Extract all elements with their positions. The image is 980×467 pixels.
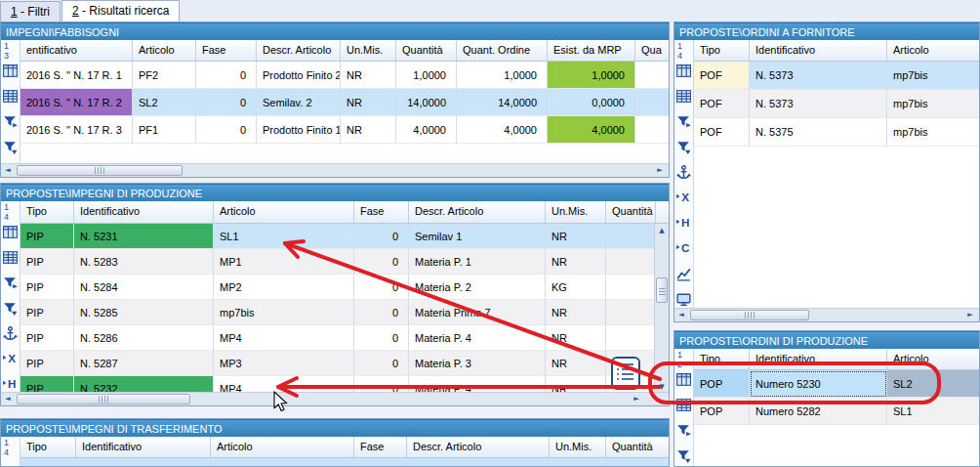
column-header[interactable]: Esist. da MRP (548, 40, 635, 61)
column-header[interactable]: Quant. Ordine (457, 40, 548, 61)
cell[interactable]: N. 5373 (750, 90, 887, 118)
column-header[interactable]: Tipo (694, 40, 750, 61)
table-row[interactable]: 2016 S. '' N. 17 R. 3PF10Prodotto Finito… (20, 116, 669, 144)
column-header[interactable]: Articolo (133, 40, 196, 61)
table-row[interactable]: PIT(S)N. 55 M. 1MP10Materia P. 1NR (20, 458, 669, 466)
cell[interactable]: 0,0000 (548, 89, 635, 116)
cell[interactable]: 1,0000 (457, 62, 548, 89)
cell[interactable]: NR (546, 351, 606, 376)
scroll-right-icon[interactable]: ► (963, 309, 977, 321)
scroll-left-icon[interactable]: ◄ (674, 309, 688, 321)
cell[interactable]: SL2 (887, 370, 979, 398)
tab-1-filtri[interactable]: 1 - Filtri (0, 1, 61, 21)
column-header[interactable]: Articolo (211, 437, 354, 457)
cell[interactable]: PIP (20, 249, 74, 275)
table-row[interactable]: PIPN. 5284MP20Materia P. 2KG (20, 275, 669, 300)
table-row[interactable]: 2016 S. '' N. 17 R. 2SL20Semilav. 2NR14,… (20, 89, 669, 116)
filter-right-icon[interactable] (2, 275, 19, 291)
column-header[interactable]: Identificativo (76, 437, 211, 457)
cell[interactable]: POF (694, 62, 750, 90)
column-header[interactable]: Identificativo (74, 201, 214, 223)
cell[interactable]: Semilav 1 (409, 224, 546, 249)
table-row[interactable]: POFN. 5375mp7bis (694, 118, 979, 147)
letter-x-icon[interactable] (2, 351, 19, 367)
cell[interactable]: MP1 (214, 249, 354, 275)
cell[interactable]: SL1 (887, 398, 979, 425)
cell[interactable]: POF (694, 118, 750, 147)
cell[interactable]: 2016 S. '' N. 17 R. 1 (20, 62, 133, 89)
column-header[interactable]: Descr. Articolo (257, 40, 341, 61)
table-row[interactable]: POPNumero 5282SL1 (694, 398, 979, 425)
column-header[interactable]: Tipo (20, 201, 74, 223)
cell[interactable]: 0 (196, 89, 257, 116)
cell[interactable]: Materia P. 3 (409, 351, 546, 376)
cell[interactable]: NR (341, 62, 396, 89)
column-header[interactable]: Articolo (887, 349, 979, 369)
cell[interactable]: N. 5283 (74, 249, 214, 275)
cell[interactable]: 2016 S. '' N. 17 R. 3 (20, 116, 133, 144)
cell[interactable]: PIP (20, 300, 74, 325)
cell[interactable]: 14,0000 (457, 89, 548, 116)
column-header[interactable]: Fase (196, 40, 257, 61)
cell[interactable]: 0 (354, 325, 409, 351)
table-icon[interactable] (2, 63, 19, 79)
column-header[interactable]: Quantità (606, 201, 656, 223)
cell[interactable]: N. 55 M. 1 (76, 458, 211, 466)
column-header[interactable]: Identificativo (750, 349, 887, 369)
column-header[interactable]: Articolo (214, 201, 354, 223)
cell[interactable]: POP (694, 370, 750, 398)
table-icon[interactable] (2, 224, 19, 240)
cell[interactable]: POF (694, 90, 750, 118)
cell[interactable]: 0 (354, 275, 409, 300)
cell[interactable]: NR (546, 325, 606, 351)
h-scrollbar[interactable]: ◄ ► (1, 163, 669, 177)
table-row[interactable]: PIPN. 5286MP40Materia P. 4NR (20, 325, 669, 351)
filter-down-icon[interactable] (2, 300, 19, 317)
cell[interactable] (606, 458, 669, 466)
cell[interactable] (635, 62, 669, 89)
table-lines-icon[interactable] (675, 88, 692, 105)
cell[interactable] (606, 224, 656, 249)
cell[interactable]: PF2 (133, 62, 196, 89)
cell[interactable]: mp7bis (887, 118, 979, 147)
column-header[interactable]: Un.Mis. (341, 40, 396, 61)
scroll-up-icon[interactable]: ▲ (655, 224, 669, 237)
cell[interactable]: 0 (354, 300, 409, 325)
cell[interactable]: POP (694, 398, 750, 425)
cell[interactable]: 1,0000 (396, 62, 457, 89)
cell[interactable]: NR (546, 224, 606, 249)
cell[interactable]: Numero 5230 (750, 370, 887, 398)
table-row[interactable]: PIPN. 5232MP40Materia P. 4NR (20, 376, 669, 392)
column-header[interactable]: Fase (354, 201, 409, 223)
cell[interactable]: mp7bis (887, 62, 979, 90)
scroll-right-icon[interactable]: ► (630, 393, 643, 405)
cell[interactable]: 0 (354, 351, 409, 376)
column-header[interactable]: Descr. Articolo (407, 437, 550, 457)
table-row[interactable]: POPNumero 5230SL2 (694, 370, 979, 398)
table-lines-icon[interactable] (2, 88, 19, 105)
cell[interactable]: Semilav. 2 (257, 89, 341, 116)
table-lines-icon[interactable] (675, 397, 692, 413)
column-header[interactable]: Fase (354, 437, 407, 457)
table-row[interactable]: PIPN. 5283MP10Materia P. 1NR (20, 249, 669, 275)
scrollbar-thumb[interactable] (17, 394, 190, 404)
cell[interactable]: 4,0000 (548, 116, 635, 144)
monitor-icon[interactable] (675, 291, 692, 308)
cell[interactable]: N. 5286 (74, 325, 214, 351)
cell[interactable]: N. 5373 (750, 62, 887, 90)
cell[interactable]: N. 5375 (750, 118, 887, 147)
cell[interactable]: 4,0000 (457, 116, 548, 144)
cell[interactable]: PIP (20, 325, 74, 351)
tab-2-risultati-ricerca[interactable]: 2 - Risultati ricerca (61, 0, 180, 21)
cell[interactable]: NR (341, 116, 396, 144)
cell[interactable]: PIP (20, 224, 74, 249)
table-row[interactable]: PIPN. 5285mp7bis0Materia Prima 7NR (20, 300, 669, 325)
v-scrollbar[interactable]: ▲ ▼ (654, 224, 669, 394)
cell[interactable]: N. 5284 (74, 275, 214, 300)
table-icon[interactable] (675, 371, 692, 388)
letter-x-icon[interactable] (675, 190, 692, 206)
table-row[interactable]: POFN. 5373mp7bis (694, 90, 979, 118)
table-row[interactable]: PIPN. 5287MP30Materia P. 3NR (20, 351, 669, 376)
cell[interactable]: PIT(S) (20, 458, 76, 466)
cell[interactable]: PIP (20, 376, 74, 392)
